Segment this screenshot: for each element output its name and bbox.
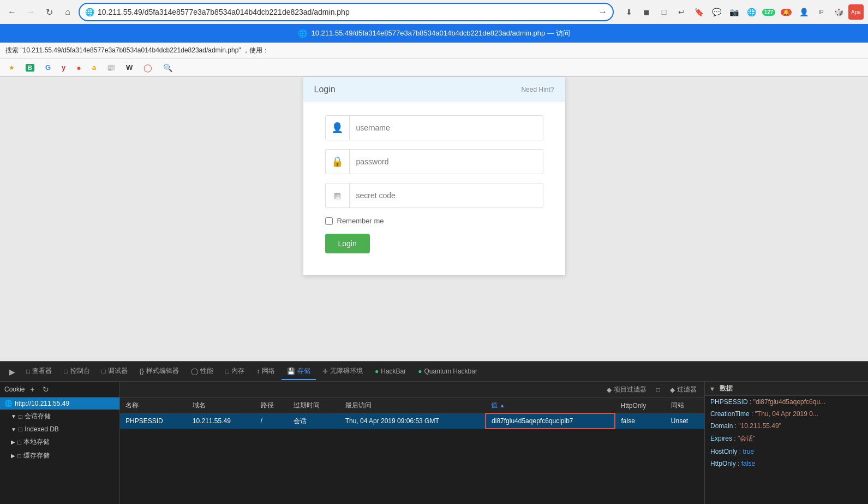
refresh-cookie-button[interactable]: ↻ <box>40 384 51 395</box>
filter-icon: ◆ <box>607 386 612 394</box>
indexed-db-icon: □ <box>19 425 22 433</box>
cookie-domain-item[interactable]: 🌐 http://10.211.55.49 <box>0 398 119 410</box>
cell-last-accessed: Thu, 04 Apr 2019 09:06:53 GMT <box>340 413 486 429</box>
accessibility-icon: ✛ <box>322 367 328 375</box>
dice-button[interactable]: 🎲 <box>831 4 846 20</box>
add-cookie-button[interactable]: + <box>28 384 37 395</box>
network-icon: ↕ <box>256 367 260 375</box>
devtools-tab-hackbar[interactable]: ● HackBar <box>369 364 411 380</box>
prop-val-phpsessid: "di87fglu4d5aqepfc6qu... <box>753 398 825 406</box>
bookmark-news[interactable]: 📰 <box>103 63 119 73</box>
local-storage-item[interactable]: ▶ □ 本地存储 <box>0 435 119 449</box>
session-storage-item[interactable]: ▼ □ 会话存储 <box>0 410 119 423</box>
col-expires[interactable]: 过期时间 <box>288 398 339 413</box>
bookmarks-button[interactable]: ◼ <box>639 4 654 20</box>
cache-storage-item[interactable]: ▶ □ 缓存存储 <box>0 449 119 463</box>
remember-checkbox[interactable] <box>325 217 333 225</box>
reload-button[interactable]: ↻ <box>41 4 57 20</box>
devtools-tab-inspector[interactable]: □ 查看器 <box>21 363 57 380</box>
forward-button[interactable]: → <box>23 4 38 20</box>
login-card: Login Need Hint? 👤 🔒 ▦ Remember me Login <box>303 77 565 275</box>
local-storage-chevron: ▶ <box>11 439 15 445</box>
devtools-tab-network[interactable]: ↕ 网络 <box>251 363 280 380</box>
col-samesite[interactable]: 同站 <box>666 398 704 413</box>
filter-button[interactable]: ◆ 过滤器 <box>667 384 700 395</box>
login-button[interactable]: Login <box>325 234 370 253</box>
nav-bar: ← → ↻ ⌂ 🌐 → ⬇ ◼ □ ↩ 🔖 💬 📷 🌐 127 🔔 👤 IP 🎲… <box>0 0 868 24</box>
prop-key-creationtime: CreationTime <box>710 410 750 418</box>
bookmark-star-button[interactable]: 🔖 <box>691 4 707 20</box>
chat-button[interactable]: 💬 <box>709 4 724 20</box>
address-bar[interactable]: 🌐 → <box>79 3 614 21</box>
bookmark-circle[interactable]: ◯ <box>139 62 157 73</box>
col-last-accessed[interactable]: 最后访问 <box>340 398 486 413</box>
apa-button[interactable]: Apa <box>848 4 864 20</box>
col-name[interactable]: 名称 <box>120 398 187 413</box>
bookmark-amazon[interactable]: a <box>88 62 100 73</box>
screenshot-button[interactable]: 📷 <box>726 4 741 20</box>
lock-icon: 🔒 <box>326 150 350 174</box>
devtools-tab-debugger[interactable]: □ 调试器 <box>97 363 133 380</box>
inspector-icon: □ <box>26 367 30 375</box>
bookmark-red[interactable]: ● <box>72 62 85 73</box>
right-panel-toolbar: ▼ 数据 <box>705 382 868 396</box>
col-httponly[interactable]: HttpOnly <box>615 398 665 413</box>
session-storage-icon: □ <box>19 413 22 420</box>
table-row[interactable]: PHPSESSID 10.211.55.49 / 会话 Thu, 04 Apr … <box>120 413 704 429</box>
bookmark-g[interactable]: G <box>41 62 55 73</box>
devtools-tab-performance[interactable]: ◯ 性能 <box>185 363 219 380</box>
hackbar-dot-icon: ● <box>375 367 379 375</box>
devtools-tab-console[interactable]: □ 控制台 <box>58 363 95 380</box>
username-input-group: 👤 <box>325 115 543 140</box>
cell-expires: 会话 <box>288 413 339 429</box>
devtools-tab-storage[interactable]: 💾 存储 <box>282 363 316 380</box>
globe-icon: 🌐 <box>85 8 94 16</box>
secret-code-input-group: ▦ <box>325 183 543 208</box>
bookmark-wiki[interactable]: W <box>122 62 137 73</box>
password-input[interactable] <box>350 157 543 166</box>
bookmark-star[interactable]: ★ <box>4 63 19 73</box>
ip-button[interactable]: IP <box>813 4 829 20</box>
project-filter-button[interactable]: ◆ 项目过滤器 <box>603 384 650 395</box>
qr-icon: ▦ <box>326 183 350 207</box>
col-domain[interactable]: 域名 <box>187 398 255 413</box>
bookmark-y[interactable]: y <box>57 62 70 73</box>
download-button[interactable]: ⬇ <box>621 4 637 20</box>
prop-val-hostonly: true <box>743 448 754 455</box>
devtools-tab-style-editor[interactable]: {} 样式编辑器 <box>134 363 184 380</box>
extensions-badge[interactable]: 127 <box>761 4 776 20</box>
bookmark-search[interactable]: 🔍 <box>159 62 177 73</box>
col-value[interactable]: 值 ▲ <box>486 398 615 413</box>
prop-expires: Expires : "会话" <box>705 432 868 446</box>
collapse-button[interactable]: □ <box>654 385 662 395</box>
debugger-icon: □ <box>102 367 106 375</box>
address-go-button[interactable]: → <box>598 7 607 17</box>
bookmark-y-icon: y <box>62 63 65 72</box>
need-hint-link[interactable]: Need Hint? <box>521 86 554 93</box>
bookmark-search-icon: 🔍 <box>163 63 172 72</box>
undo-button[interactable]: ↩ <box>674 4 689 20</box>
account-button[interactable]: 👤 <box>796 4 811 20</box>
devtools-inspect-button[interactable]: ▶ <box>4 364 20 380</box>
prop-val-expires: "会话" <box>738 435 756 442</box>
info-bar: 🌐 10.211.55.49/d5fa314e8577e3a7b8534a014… <box>0 24 868 43</box>
tabs-button[interactable]: □ <box>656 4 672 20</box>
bookmark-wiki-icon: W <box>126 63 133 72</box>
indexed-db-item[interactable]: ▼ □ Indexed DB <box>0 423 119 435</box>
devtools-tab-accessibility[interactable]: ✛ 无障碍环境 <box>317 363 368 380</box>
username-input[interactable] <box>350 123 543 132</box>
devtools-tab-quantum-hackbar[interactable]: ● Quantum Hackbar <box>412 364 483 380</box>
bookmark-b[interactable]: B <box>21 63 39 73</box>
back-button[interactable]: ← <box>4 4 20 20</box>
col-path[interactable]: 路径 <box>255 398 289 413</box>
home-button[interactable]: ⌂ <box>60 4 75 20</box>
bookmark-amazon-icon: a <box>92 63 96 72</box>
globe-button[interactable]: 🌐 <box>744 4 759 20</box>
secret-code-input[interactable] <box>350 191 543 200</box>
bookmarks-bar: ★ B G y ● a 📰 W ◯ 🔍 <box>0 59 868 76</box>
prop-httponly: HttpOnly : false <box>705 458 868 470</box>
address-input[interactable] <box>98 8 595 16</box>
data-label: 数据 <box>720 384 733 393</box>
devtools-tab-memory[interactable]: □ 内存 <box>220 363 250 380</box>
notification-button[interactable]: 🔔 <box>779 4 794 20</box>
